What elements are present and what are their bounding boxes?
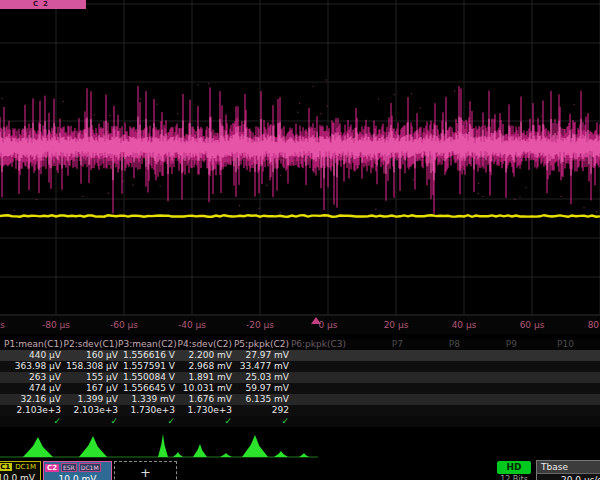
table-row: 363.98 µV158.308 µV1.557591 V2.968 mV33.… [0, 361, 600, 372]
table-row: 440 µV160 µV1.556616 V2.200 mV27.97 mV [0, 350, 600, 361]
measurement-column-header[interactable]: P4:sdev(C2) [175, 339, 232, 350]
measurement-value: 32.16 µV [4, 394, 61, 405]
measurement-column-header[interactable]: P5:pkpk(C2) [232, 339, 289, 350]
histicon [299, 453, 309, 457]
measurement-value: 1.399 µV [61, 394, 118, 405]
measurement-value: 440 µV [4, 350, 61, 361]
measurement-value: 160 µV [61, 350, 118, 361]
table-row: 2.103e+32.103e+31.730e+31.730e+3292 [0, 405, 600, 416]
histicon [79, 436, 107, 457]
measurement-column-header[interactable]: P1:mean(C1) [4, 339, 61, 350]
time-axis-label: -100 µs [0, 320, 5, 330]
histicon-row[interactable] [0, 428, 600, 460]
time-axis-label: -60 µs [110, 320, 138, 330]
c2-esr-badge: ESR [61, 463, 77, 472]
measurement-value: 33.477 mV [232, 361, 289, 372]
histicon [220, 453, 232, 457]
table-row: P1:mean(C1)P2:sdev(C1)P3:mean(C2)P4:sdev… [0, 339, 600, 350]
c2-tag: C2 [45, 464, 59, 472]
measurement-value: 1.556616 V [118, 350, 175, 361]
measurement-column-header[interactable]: P2:sdev(C1) [61, 339, 118, 350]
measurement-value: 1.550084 V [118, 372, 175, 383]
c2-coupling-badge: DC1M [79, 463, 101, 472]
measurement-value: 292 [232, 405, 289, 416]
time-axis-label: 60 µs [520, 320, 545, 330]
measurement-value: 2.103e+3 [61, 405, 118, 416]
histicon [193, 444, 207, 457]
measurement-value: 1.557591 V [118, 361, 175, 372]
histicon [274, 451, 288, 457]
time-axis-label: 80 µs [588, 320, 600, 330]
measurement-value: 158.308 µV [61, 361, 118, 372]
hd-mode-badge[interactable]: HD [497, 461, 531, 474]
measurement-column-header[interactable]: P10 [517, 339, 574, 350]
measurement-value: 1.730e+3 [118, 405, 175, 416]
histicon [173, 452, 183, 457]
measurement-status-check-icon: ✓ [232, 416, 289, 427]
measurement-value: 6.135 mV [232, 394, 289, 405]
time-axis-label: 0 µs [318, 320, 337, 330]
c1-flat-trace [0, 215, 600, 217]
channel-descriptor-c1[interactable]: C1 DC1M 10.0 mV [0, 461, 41, 480]
histicon [242, 435, 268, 457]
measurement-value: 263 µV [4, 372, 61, 383]
timebase-title: Tbase [537, 461, 600, 474]
measurement-status-check-icon: ✓ [118, 416, 175, 427]
measurement-value: 1.556645 V [118, 383, 175, 394]
histicon [23, 437, 53, 457]
measurement-value: 167 µV [61, 383, 118, 394]
measurement-status-check-icon: ✓ [175, 416, 232, 427]
time-axis: -100 µs-80 µs-60 µs-40 µs-20 µs0 µs20 µs… [0, 316, 600, 334]
measurement-value: 1.891 mV [175, 372, 232, 383]
time-axis-label: 20 µs [384, 320, 409, 330]
time-axis-label: -20 µs [246, 320, 274, 330]
histicon [158, 434, 168, 457]
plus-icon: + [140, 465, 151, 480]
timebase-descriptor[interactable]: Tbase 20.0 µs/div [536, 460, 600, 480]
time-axis-label: 40 µs [452, 320, 477, 330]
measurement-value: 363.98 µV [4, 361, 61, 372]
measurement-status-check-icon: ✓ [4, 416, 61, 427]
measurement-column-header[interactable]: P3:mean(C2) [118, 339, 175, 350]
c2-scale-value: 10.0 mV [44, 474, 111, 480]
hd-bits-label: 12 Bits [493, 475, 535, 480]
timebase-value: 20.0 µs/div [537, 474, 600, 480]
table-row: 474 µV167 µV1.556645 V10.031 mV59.97 mV [0, 383, 600, 394]
channel-descriptor-c2[interactable]: C2 ESR DC1M 10.0 mV [43, 461, 112, 480]
add-trace-button[interactable]: + [114, 461, 177, 480]
time-axis-label: -80 µs [42, 320, 70, 330]
measurement-value: 27.97 mV [232, 350, 289, 361]
measurement-status-check-icon: ✓ [61, 416, 118, 427]
measurement-column-header[interactable]: P7 [346, 339, 403, 350]
waveform-grid-area[interactable]: C2 [0, 0, 600, 316]
measurement-value: 25.03 mV [232, 372, 289, 383]
time-axis-label: -40 µs [178, 320, 206, 330]
table-row: ✓✓✓✓✓ [0, 416, 600, 427]
trace-annotation-badge[interactable]: C2 [0, 0, 86, 9]
measurement-value: 59.97 mV [232, 383, 289, 394]
c1-tag: C1 [0, 463, 12, 471]
measurement-column-header[interactable]: P6:pkpk(C3) [289, 339, 346, 350]
oscilloscope-screen: C2 -100 µs-80 µs-60 µs-40 µs-20 µs0 µs20… [0, 0, 600, 480]
waveform-plot [0, 0, 600, 316]
table-row: 32.16 µV1.399 µV1.339 mV1.676 mV6.135 mV [0, 394, 600, 405]
histicon-plot [0, 428, 600, 460]
measurement-column-header[interactable]: P9 [460, 339, 517, 350]
measurement-value: 155 µV [61, 372, 118, 383]
c1-coupling-label: DC1M [15, 463, 36, 471]
measurement-value: 1.676 mV [175, 394, 232, 405]
measurement-value: 2.968 mV [175, 361, 232, 372]
measurement-column-header[interactable]: P8 [403, 339, 460, 350]
measurement-value: 10.031 mV [175, 383, 232, 394]
measurement-value: 2.103e+3 [4, 405, 61, 416]
table-row: 263 µV155 µV1.550084 V1.891 mV25.03 mV [0, 372, 600, 383]
measurement-value: 1.730e+3 [175, 405, 232, 416]
c1-scale-value: 10.0 mV [0, 473, 40, 480]
measurement-value: 2.200 mV [175, 350, 232, 361]
measurement-value: 1.339 mV [118, 394, 175, 405]
measurement-value: 474 µV [4, 383, 61, 394]
